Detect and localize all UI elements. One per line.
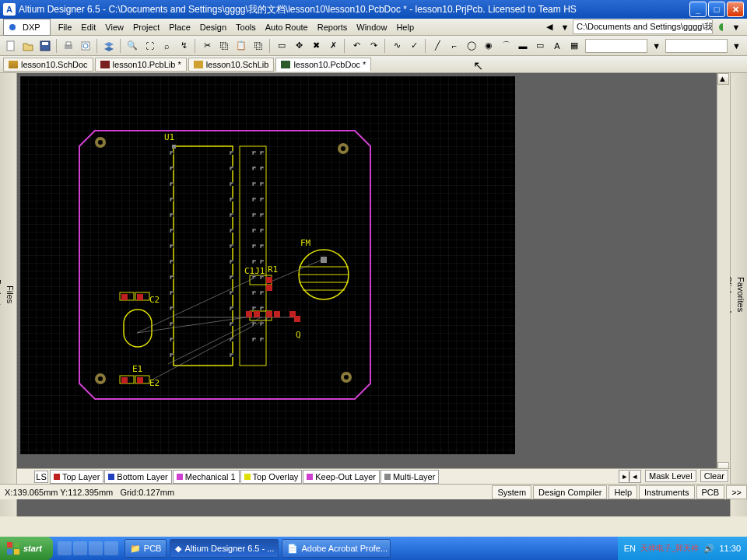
pad[interactable] [260,166,264,170]
cut-icon[interactable]: ✂ [199,38,215,54]
help-panel-button[interactable]: Help [608,485,637,499]
undo-icon[interactable]: ↶ [349,38,364,54]
pad[interactable] [266,277,272,283]
menu-reports[interactable]: Reports [313,21,352,33]
system-tray[interactable]: EN 天祥电子_郭天祥 🔊 11:30 [618,537,747,560]
pad[interactable] [170,322,174,326]
menu-autoroute[interactable]: Auto Route [261,21,313,33]
pad[interactable] [260,275,264,279]
pad[interactable] [230,260,233,264]
back-arrow[interactable]: ◀ [542,19,557,35]
layer-keepout[interactable]: Keep-Out Layer [303,470,380,484]
tray-lang[interactable]: EN [624,544,636,553]
pcb-canvas[interactable]: U1 FM C1J1 R1 E1 C2 E2 Q /* pads generat… [20,76,515,454]
pad[interactable] [170,244,174,248]
tab-schdoc[interactable]: lesson10.SchDoc [3,58,93,72]
menu-edit[interactable]: Edit [76,21,100,33]
pad[interactable] [137,294,143,300]
minimize-button[interactable]: _ [689,2,707,17]
taskbar-item-acrobat[interactable]: 📄Adobe Acrobat Profe... [282,539,391,558]
pad[interactable] [230,338,233,341]
pad[interactable] [260,306,264,310]
pad[interactable] [170,291,174,295]
layer-bottom[interactable]: Bottom Layer [104,470,171,484]
via[interactable] [338,143,349,154]
dxp-menu[interactable]: DXP [3,19,51,36]
pad[interactable] [170,306,174,310]
place-component-icon[interactable]: ▦ [566,38,582,54]
pad[interactable] [252,291,256,295]
pad[interactable] [230,275,233,279]
pad[interactable] [266,311,272,317]
pad[interactable] [260,213,264,217]
pad[interactable] [230,322,233,326]
pad[interactable] [230,151,233,155]
menu-tools[interactable]: Tools [231,21,261,33]
layer-multi[interactable]: Multi-Layer [381,470,439,484]
pad[interactable] [121,294,128,300]
snap-toggle[interactable]: ▸│◂ [619,470,641,483]
pad[interactable] [260,244,264,248]
pad[interactable] [260,151,264,155]
pad[interactable] [170,353,174,357]
pad[interactable] [254,311,260,317]
quick-launch[interactable] [53,541,123,555]
place-track-icon[interactable]: ⌐ [447,38,462,54]
files-panel-tab[interactable]: Files [4,82,16,507]
place-via-icon[interactable]: ◉ [481,38,496,54]
projects-panel-tab[interactable]: Projects [0,82,4,507]
tab-pcbdoc[interactable]: lesson10.PcbDoc * [275,58,371,72]
new-doc-icon[interactable] [3,38,19,54]
place-string-icon[interactable]: A [549,38,565,54]
open-icon[interactable] [20,38,36,54]
pad[interactable] [230,182,233,186]
menu-window[interactable]: Window [352,21,391,33]
pad[interactable] [266,285,272,291]
filter-dropdown2[interactable]: ▼ [729,41,744,51]
pad[interactable] [170,166,174,170]
drc-icon[interactable]: ✓ [406,38,422,54]
pad[interactable] [170,213,174,217]
clear-icon[interactable]: ✗ [325,38,341,54]
pad[interactable] [252,275,256,279]
pad[interactable] [230,198,233,201]
tab-pcblib[interactable]: lesson10.PcbLib * [95,58,187,72]
pad[interactable] [170,260,174,264]
layer-set-button[interactable]: LS [34,471,48,483]
canvas-area[interactable]: U1 FM C1J1 R1 E1 C2 E2 Q /* pads generat… [17,73,730,516]
close-button[interactable]: ✕ [727,2,744,17]
pad[interactable] [170,198,174,201]
pad[interactable] [252,322,256,326]
pad[interactable] [230,306,233,310]
copy-icon[interactable]: ⿻ [216,38,232,54]
paste-icon[interactable]: 📋 [233,38,249,54]
place-line-icon[interactable]: ╱ [430,38,445,54]
cross-probe-icon[interactable]: ↯ [176,38,191,54]
pad[interactable] [121,377,128,383]
instruments-button[interactable]: Instruments [639,485,694,499]
pad[interactable] [252,213,256,217]
via[interactable] [95,373,106,384]
pad[interactable] [252,244,256,248]
scroll-up-button[interactable]: ▲ [717,73,729,85]
pad[interactable] [260,260,264,264]
path-combo[interactable]: C:\Documents and Settings\gggg\我的 [573,19,713,34]
via[interactable] [95,137,106,148]
pad[interactable] [260,198,264,201]
pad[interactable] [230,353,233,357]
tab-schlib[interactable]: lesson10.SchLib [188,58,275,72]
pad[interactable] [170,182,174,186]
clear-button[interactable]: Clear [700,470,728,482]
pad[interactable] [252,198,256,201]
preview-icon[interactable] [78,38,93,54]
layer-mech1[interactable]: Mechanical 1 [173,470,240,484]
filter-combo2[interactable] [665,39,728,53]
pad[interactable] [252,260,256,264]
select-rect-icon[interactable]: ▭ [274,38,289,54]
go-button[interactable] [713,19,728,35]
pad[interactable] [274,311,280,317]
menu-view[interactable]: View [100,21,128,33]
route-icon[interactable]: ∿ [389,38,405,54]
redo-icon[interactable]: ↷ [366,38,381,54]
pad[interactable] [137,377,143,383]
